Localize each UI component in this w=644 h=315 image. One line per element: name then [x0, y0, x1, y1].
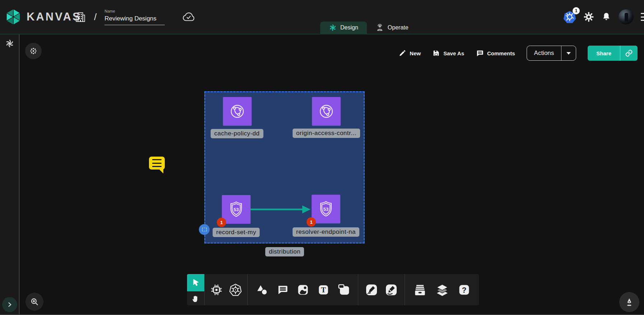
node-record-set[interactable]: 53 [222, 195, 251, 224]
operate-person-icon [375, 23, 384, 32]
svg-text:53: 53 [323, 207, 328, 212]
tool-frame[interactable] [337, 283, 351, 297]
tab-design-label: Design [340, 24, 358, 31]
tool-component-chip[interactable] [210, 283, 223, 297]
pencil-icon [398, 49, 406, 57]
hand-icon [191, 294, 200, 303]
breadcrumb-separator: / [94, 11, 97, 23]
node-label-cache-policy[interactable]: cache-policy-dd [211, 129, 263, 138]
kubernetes-context-button[interactable]: 1 [563, 10, 576, 24]
settings-gear-icon[interactable] [583, 11, 594, 22]
design-name-input[interactable] [104, 14, 165, 25]
tool-freehand-pencil[interactable] [384, 283, 398, 297]
comments-label: Comments [487, 50, 515, 56]
brand[interactable]: KANVAS [5, 9, 81, 25]
node-label-resolver-endpoint[interactable]: resolver-endpoint-na [293, 227, 359, 237]
cloudfront-globe-icon [317, 102, 336, 121]
tool-pan-hand[interactable] [187, 291, 204, 305]
share-split-button[interactable]: Share [588, 46, 638, 61]
group-label-distribution[interactable]: distribution [265, 247, 304, 256]
node-cache-policy[interactable] [223, 97, 252, 126]
tab-design[interactable]: Design [320, 22, 367, 34]
zoom-in-button[interactable] [25, 293, 43, 311]
tab-operate[interactable]: Operate [367, 22, 417, 34]
tool-comment[interactable] [276, 283, 289, 296]
svg-text:?: ? [462, 286, 466, 294]
design-name-label: Name [104, 9, 165, 13]
group-resize-handle[interactable] [199, 224, 210, 235]
menu-icon[interactable] [641, 13, 644, 21]
notifications-bell-icon[interactable] [601, 12, 611, 22]
actions-dropdown-caret[interactable] [561, 46, 576, 60]
comments-button[interactable]: Comments [476, 49, 515, 57]
tool-shapes[interactable] [255, 283, 269, 297]
tab-operate-label: Operate [388, 24, 409, 31]
cloudfront-globe-icon [228, 102, 247, 121]
svg-text:T: T [321, 286, 326, 294]
node-resolver-endpoint[interactable]: 53 [312, 195, 340, 223]
chevron-right-icon [6, 301, 13, 308]
tool-dock: T [187, 274, 479, 305]
new-label: New [410, 50, 421, 56]
comment-icon [476, 49, 484, 57]
save-icon [432, 49, 440, 57]
tool-help[interactable]: ? [457, 283, 471, 297]
meshery-swirl-icon [5, 39, 14, 48]
k8s-context-count-badge: 1 [573, 7, 580, 14]
design-canvas[interactable]: New Save As [20, 34, 644, 315]
tool-drawer[interactable] [413, 283, 427, 297]
pen-mode-button[interactable] [619, 292, 639, 312]
actions-split-button[interactable]: Actions [527, 46, 577, 61]
mode-tabs: Design Operate [320, 22, 417, 34]
tool-kubernetes-wheel[interactable] [229, 283, 242, 297]
sidebar-expand-button[interactable] [2, 297, 17, 312]
svg-text:53: 53 [234, 207, 239, 212]
node-error-badge[interactable]: 1 [307, 217, 316, 227]
tool-image[interactable] [296, 283, 310, 297]
organization-icon[interactable] [75, 11, 86, 23]
design-name-field: Name [104, 9, 165, 25]
kanvas-logo-icon [5, 9, 22, 25]
app-header: KANVAS / Name [0, 0, 644, 34]
whiteboard-flower-button[interactable] [25, 43, 42, 59]
route53-shield-icon: 53 [316, 199, 336, 219]
share-label[interactable]: Share [588, 46, 620, 61]
brand-wordmark: KANVAS [27, 10, 81, 23]
actions-label[interactable]: Actions [527, 46, 562, 60]
cloud-saved-icon [182, 12, 196, 22]
route53-shield-icon: 53 [227, 200, 246, 219]
cursor-arrow-icon [191, 278, 200, 287]
design-action-toolbar: New Save As [398, 45, 638, 61]
left-sidebar [0, 34, 19, 315]
tool-select-cursor[interactable] [187, 274, 204, 291]
pen-nib-icon [624, 297, 634, 307]
save-as-label: Save As [443, 50, 464, 56]
flower-icon [29, 47, 37, 55]
node-label-record-set[interactable]: record-set-my [213, 228, 260, 237]
node-error-badge[interactable]: 1 [217, 218, 226, 227]
save-as-button[interactable]: Save As [432, 49, 464, 57]
tool-layers[interactable] [435, 283, 449, 297]
zoom-in-icon [30, 297, 39, 306]
tool-edge-pen[interactable] [365, 283, 378, 297]
node-label-origin-access[interactable]: origin-access-contr... [293, 129, 360, 138]
user-avatar[interactable] [619, 9, 634, 24]
copy-link-icon[interactable] [620, 46, 638, 61]
new-button[interactable]: New [398, 49, 421, 57]
selected-group-distribution[interactable]: 53 53 1 1 cache-policy-dd origin-access-… [204, 91, 365, 244]
node-origin-access[interactable] [312, 97, 341, 126]
design-swirl-icon [329, 24, 337, 32]
tool-text[interactable]: T [317, 283, 330, 296]
canvas-comment-marker[interactable] [149, 157, 165, 170]
